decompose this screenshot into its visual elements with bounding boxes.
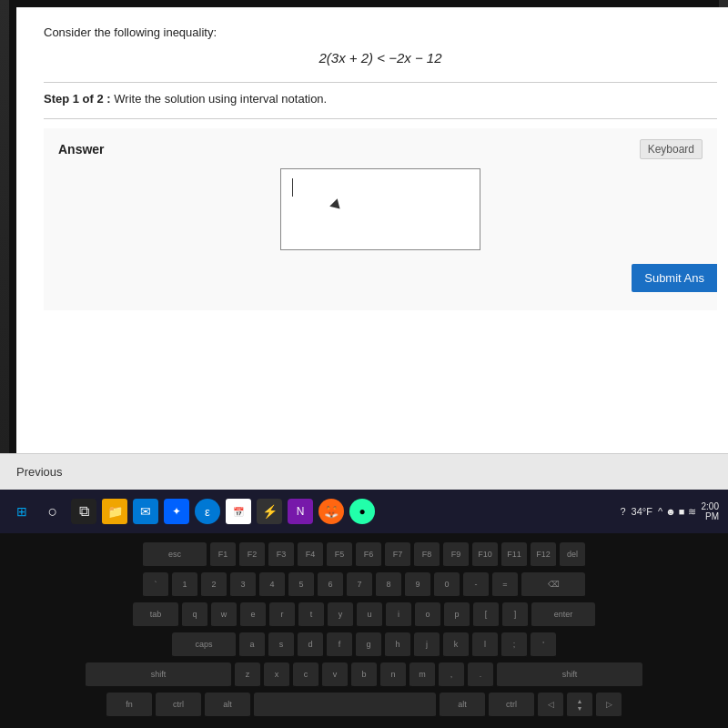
key-j[interactable]: j xyxy=(414,632,440,658)
taskbar-time: 2:00PM xyxy=(702,501,719,521)
key-z[interactable]: z xyxy=(235,662,260,688)
key-i[interactable]: i xyxy=(386,602,411,628)
key-quote[interactable]: ' xyxy=(531,632,556,658)
key-u[interactable]: u xyxy=(357,602,382,628)
key-arrow-left[interactable]: ◁ xyxy=(538,693,563,718)
key-2[interactable]: 2 xyxy=(201,572,227,598)
key-p[interactable]: p xyxy=(444,602,470,628)
key-shift-right[interactable]: shift xyxy=(497,662,642,688)
keyboard-button[interactable]: Keyboard xyxy=(640,139,703,159)
previous-button[interactable]: Previous xyxy=(9,461,70,482)
key-enter[interactable]: enter xyxy=(531,602,595,628)
key-f4[interactable]: F4 xyxy=(298,542,323,568)
key-caps[interactable]: caps xyxy=(172,632,236,658)
key-o[interactable]: o xyxy=(415,602,440,628)
key-comma[interactable]: , xyxy=(439,662,464,688)
mouse-cursor-indicator xyxy=(329,198,344,213)
key-6[interactable]: 6 xyxy=(318,572,343,598)
webpage: Consider the following inequality: 2(3x … xyxy=(16,7,728,453)
key-alt-right[interactable]: alt xyxy=(440,693,485,718)
key-n[interactable]: n xyxy=(380,662,406,688)
key-tab[interactable]: tab xyxy=(133,602,178,628)
key-k[interactable]: k xyxy=(443,632,469,658)
network-icon[interactable]: ● xyxy=(349,499,375,524)
key-m[interactable]: m xyxy=(410,662,435,688)
keyboard-row-2: ` 1 2 3 4 5 6 7 8 9 0 - = ⌫ xyxy=(143,572,585,598)
key-semicolon[interactable]: ; xyxy=(501,632,527,658)
key-f3[interactable]: F3 xyxy=(268,542,294,568)
key-8[interactable]: 8 xyxy=(376,572,401,598)
key-3[interactable]: 3 xyxy=(230,572,256,598)
text-cursor xyxy=(292,178,293,197)
key-minus[interactable]: - xyxy=(463,572,489,598)
key-del[interactable]: del xyxy=(560,542,585,568)
key-bracket-open[interactable]: [ xyxy=(473,602,499,628)
key-a[interactable]: a xyxy=(239,632,265,658)
key-esc[interactable]: esc xyxy=(143,542,207,568)
key-equals[interactable]: = xyxy=(492,572,518,598)
key-fn[interactable]: fn xyxy=(106,693,152,718)
key-s[interactable]: s xyxy=(268,632,294,658)
key-0[interactable]: 0 xyxy=(434,572,460,598)
keyboard-row-5: shift z x c v b n m , . shift xyxy=(86,662,642,688)
key-q[interactable]: q xyxy=(182,602,207,628)
key-shift-left[interactable]: shift xyxy=(86,662,231,688)
dropbox-icon[interactable]: ✦ xyxy=(164,499,189,524)
key-f5[interactable]: F5 xyxy=(327,542,352,568)
key-4[interactable]: 4 xyxy=(259,572,285,598)
key-f6[interactable]: F6 xyxy=(356,542,381,568)
answer-input-box[interactable] xyxy=(280,168,480,250)
divider-bottom xyxy=(44,118,717,119)
key-f[interactable]: f xyxy=(327,632,352,658)
key-c[interactable]: c xyxy=(293,662,318,688)
key-d[interactable]: d xyxy=(298,632,323,658)
key-e[interactable]: e xyxy=(240,602,266,628)
task-view-icon[interactable]: ⧉ xyxy=(71,499,96,524)
key-b[interactable]: b xyxy=(351,662,377,688)
key-h[interactable]: h xyxy=(385,632,410,658)
key-9[interactable]: 9 xyxy=(405,572,430,598)
key-period[interactable]: . xyxy=(468,662,493,688)
key-w[interactable]: w xyxy=(211,602,237,628)
windows-start-icon[interactable]: ⊞ xyxy=(9,499,35,524)
key-f12[interactable]: F12 xyxy=(531,542,556,568)
key-space[interactable] xyxy=(254,693,436,718)
key-g[interactable]: g xyxy=(356,632,381,658)
key-7[interactable]: 7 xyxy=(347,572,372,598)
key-arrow-right[interactable]: ▷ xyxy=(596,693,622,718)
firefox-icon[interactable]: 🦊 xyxy=(318,499,344,524)
step-instruction: Write the solution using interval notati… xyxy=(114,92,327,106)
key-x[interactable]: x xyxy=(264,662,289,688)
key-backspace[interactable]: ⌫ xyxy=(521,572,585,598)
edge-browser-icon[interactable]: ε xyxy=(195,499,220,524)
key-y[interactable]: y xyxy=(328,602,353,628)
key-f11[interactable]: F11 xyxy=(501,542,527,568)
key-1[interactable]: 1 xyxy=(172,572,197,598)
file-explorer-icon[interactable]: 📁 xyxy=(102,499,127,524)
key-l[interactable]: l xyxy=(472,632,498,658)
key-f1[interactable]: F1 xyxy=(210,542,236,568)
key-r[interactable]: r xyxy=(269,602,295,628)
key-ctrl-right[interactable]: ctrl xyxy=(489,693,534,718)
keyboard-area: esc F1 F2 F3 F4 F5 F6 F7 F8 F9 F10 F11 F… xyxy=(0,533,728,728)
key-bracket-close[interactable]: ] xyxy=(502,602,528,628)
key-f2[interactable]: F2 xyxy=(239,542,265,568)
key-t[interactable]: t xyxy=(298,602,324,628)
temperature-display: ? xyxy=(620,506,625,517)
submit-button[interactable]: Submit Ans xyxy=(632,264,717,292)
key-5[interactable]: 5 xyxy=(288,572,314,598)
lightning-icon[interactable]: ⚡ xyxy=(257,499,282,524)
key-v[interactable]: v xyxy=(322,662,348,688)
key-alt-left[interactable]: alt xyxy=(205,693,250,718)
calendar-icon[interactable]: 📅 xyxy=(226,499,251,524)
key-f7[interactable]: F7 xyxy=(385,542,410,568)
key-backtick[interactable]: ` xyxy=(143,572,168,598)
key-f9[interactable]: F9 xyxy=(443,542,469,568)
taskbar: ⊞ ○ ⧉ 📁 ✉ ✦ ε 📅 ⚡ N 🦊 ● ? 34°F ^ ☻ ■ ≋ 2… xyxy=(0,490,728,533)
key-f8[interactable]: F8 xyxy=(414,542,440,568)
mail-icon[interactable]: ✉ xyxy=(133,499,158,524)
search-taskbar-icon[interactable]: ○ xyxy=(40,499,66,524)
key-f10[interactable]: F10 xyxy=(472,542,498,568)
key-ctrl-left[interactable]: ctrl xyxy=(156,693,201,718)
onenote-icon[interactable]: N xyxy=(288,499,313,524)
